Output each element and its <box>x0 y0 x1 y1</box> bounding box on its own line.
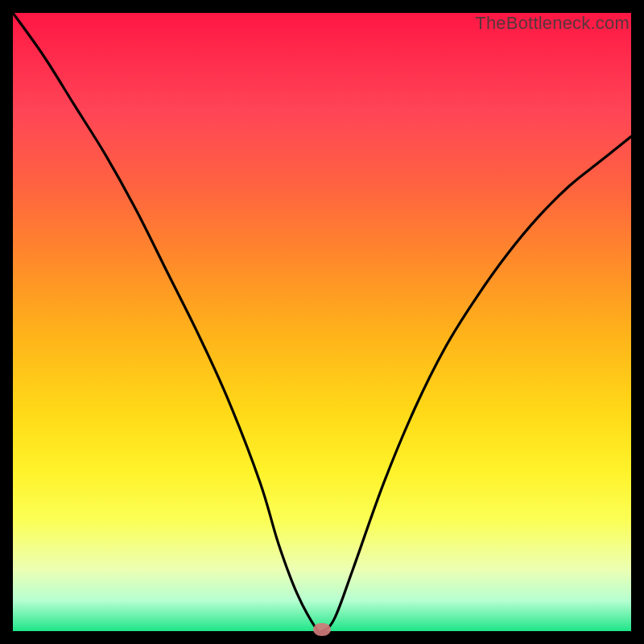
chart-frame: TheBottleneck.com <box>0 0 644 644</box>
plot-area: TheBottleneck.com <box>13 13 631 631</box>
minimum-marker <box>313 623 331 636</box>
bottleneck-curve <box>13 13 631 631</box>
